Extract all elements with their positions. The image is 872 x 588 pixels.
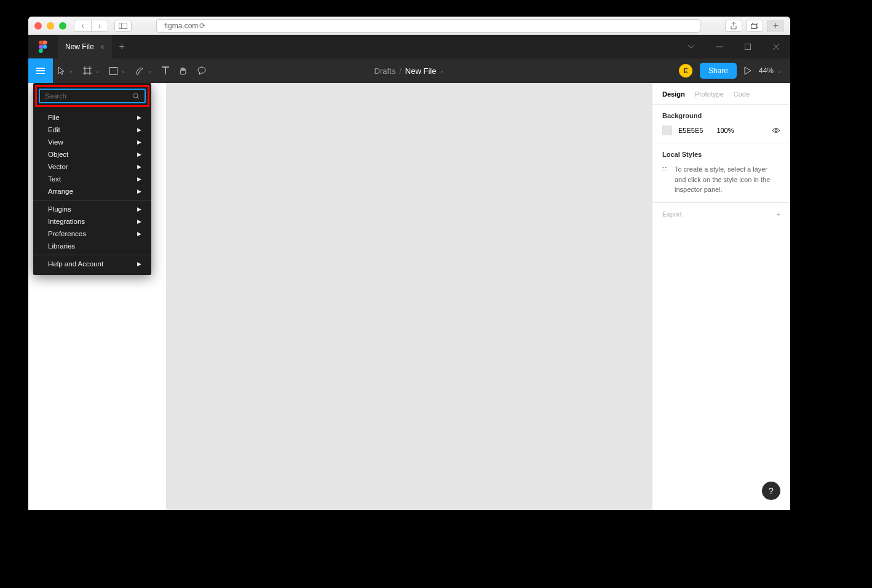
panel-tabs: DesignPrototypeCode xyxy=(652,83,790,105)
help-button[interactable]: ? xyxy=(762,482,780,500)
submenu-arrow-icon: ▶ xyxy=(137,151,141,157)
canvas[interactable] xyxy=(167,83,652,510)
menu-item-plugins[interactable]: Plugins▶ xyxy=(33,203,151,215)
submenu-arrow-icon: ▶ xyxy=(137,206,141,212)
menu-divider xyxy=(33,255,151,255)
browser-window: ‹ › figma.com ⟳ + New File × xyxy=(28,17,790,510)
maximize-icon[interactable] xyxy=(734,35,762,58)
menu-item-label: Libraries xyxy=(48,242,75,250)
main-menu-dropdown: File▶Edit▶View▶Object▶Vector▶Text▶Arrang… xyxy=(33,83,151,275)
share-button[interactable]: Share xyxy=(700,63,737,79)
chevron-down-icon: ⌄ xyxy=(69,68,73,74)
menu-item-preferences[interactable]: Preferences▶ xyxy=(33,228,151,240)
submenu-arrow-icon: ▶ xyxy=(137,164,141,170)
back-button[interactable]: ‹ xyxy=(74,20,91,32)
svg-rect-6 xyxy=(745,44,751,50)
close-icon[interactable] xyxy=(762,35,790,58)
breadcrumb[interactable]: Drafts / New File ⌄ xyxy=(375,66,445,76)
background-section: Background E5E5E5 100% xyxy=(652,105,790,143)
frame-tool[interactable]: ⌄ xyxy=(78,58,105,83)
new-tab-button[interactable]: + xyxy=(767,20,784,32)
minimize-icon[interactable] xyxy=(705,35,734,58)
submenu-arrow-icon: ▶ xyxy=(137,114,141,121)
panel-tab-prototype[interactable]: Prototype xyxy=(695,90,724,98)
search-box[interactable] xyxy=(39,89,146,103)
search-icon xyxy=(133,93,140,100)
section-title: Local Styles xyxy=(662,151,780,158)
search-highlight xyxy=(35,85,149,107)
svg-line-10 xyxy=(138,97,140,99)
menu-item-help-and-account[interactable]: Help and Account▶ xyxy=(33,258,151,270)
breadcrumb-separator: / xyxy=(399,66,402,76)
minimize-window-button[interactable] xyxy=(47,22,54,30)
close-tab-icon[interactable]: × xyxy=(100,42,105,52)
chevron-down-icon: ⌄ xyxy=(777,68,782,74)
address-bar[interactable]: figma.com ⟳ xyxy=(156,19,700,33)
menu-item-vector[interactable]: Vector▶ xyxy=(33,161,151,173)
menu-item-label: Help and Account xyxy=(48,260,103,268)
breadcrumb-folder[interactable]: Drafts xyxy=(375,66,396,76)
breadcrumb-file[interactable]: New File ⌄ xyxy=(405,66,445,76)
main-menu-button[interactable] xyxy=(28,58,53,83)
menu-item-object[interactable]: Object▶ xyxy=(33,148,151,161)
panel-tab-code[interactable]: Code xyxy=(734,90,750,98)
figma-logo-icon[interactable] xyxy=(28,35,58,58)
menu-item-integrations[interactable]: Integrations▶ xyxy=(33,215,151,228)
move-tool[interactable]: ⌄ xyxy=(53,58,78,83)
browser-chrome: ‹ › figma.com ⟳ + xyxy=(28,17,790,35)
menu-item-label: Arrange xyxy=(48,188,73,195)
plus-icon[interactable]: + xyxy=(777,210,780,218)
close-window-button[interactable] xyxy=(34,22,42,30)
menu-item-file[interactable]: File▶ xyxy=(33,111,151,124)
tabs-safari-button[interactable] xyxy=(746,20,763,32)
background-hex[interactable]: E5E5E5 xyxy=(678,127,703,134)
menu-item-label: View xyxy=(48,138,63,146)
zoom-control[interactable]: 44% ⌄ xyxy=(759,66,782,75)
comment-tool[interactable] xyxy=(192,58,211,83)
chevron-down-icon[interactable] xyxy=(677,35,705,58)
avatar[interactable]: E xyxy=(679,64,692,77)
traffic-lights xyxy=(34,22,66,30)
text-tool[interactable] xyxy=(157,58,174,83)
menu-search-input[interactable] xyxy=(45,92,133,100)
menu-item-arrange[interactable]: Arrange▶ xyxy=(33,185,151,197)
menu-item-edit[interactable]: Edit▶ xyxy=(33,124,151,136)
shape-tool[interactable]: ⌄ xyxy=(105,58,130,83)
file-tab[interactable]: New File × xyxy=(58,35,112,58)
menu-item-label: File xyxy=(48,114,60,121)
menu-item-label: Object xyxy=(48,151,68,158)
submenu-arrow-icon: ▶ xyxy=(137,176,141,182)
menu-item-label: Edit xyxy=(48,126,60,133)
menu-item-libraries[interactable]: Libraries xyxy=(33,240,151,252)
pen-tool[interactable]: ⌄ xyxy=(130,58,157,83)
submenu-arrow-icon: ▶ xyxy=(137,231,141,237)
styles-grid-icon: ∷ xyxy=(662,165,667,173)
sidebar-toggle-button[interactable] xyxy=(114,20,132,32)
panel-tab-design[interactable]: Design xyxy=(662,90,685,98)
hand-tool[interactable] xyxy=(174,58,192,83)
hamburger-icon xyxy=(36,68,45,74)
share-safari-button[interactable] xyxy=(725,20,742,32)
menu-item-label: Preferences xyxy=(48,230,86,237)
add-tab-button[interactable]: + xyxy=(112,41,132,52)
present-button[interactable] xyxy=(744,66,751,75)
refresh-icon[interactable]: ⟳ xyxy=(199,22,205,30)
menu-item-label: Plugins xyxy=(48,205,71,213)
menu-item-view[interactable]: View▶ xyxy=(33,136,151,148)
local-styles-section: Local Styles ∷ To create a style, select… xyxy=(652,143,790,203)
right-panel: DesignPrototypeCode Background E5E5E5 10… xyxy=(652,83,790,510)
visibility-icon[interactable] xyxy=(772,127,780,133)
toolbar: ⌄ ⌄ ⌄ ⌄ xyxy=(28,58,790,83)
menu-item-text[interactable]: Text▶ xyxy=(33,173,151,185)
svg-rect-7 xyxy=(110,67,117,74)
chevron-down-icon: ⌄ xyxy=(148,68,152,74)
color-swatch[interactable] xyxy=(662,125,672,135)
chevron-down-icon: ⌄ xyxy=(95,68,100,74)
background-opacity[interactable]: 100% xyxy=(716,127,734,134)
submenu-arrow-icon: ▶ xyxy=(137,218,141,224)
export-section[interactable]: Export + xyxy=(652,203,790,225)
submenu-arrow-icon: ▶ xyxy=(137,261,141,267)
forward-button[interactable]: › xyxy=(91,20,108,32)
local-styles-hint: To create a style, select a layer and cl… xyxy=(675,164,780,195)
maximize-window-button[interactable] xyxy=(59,22,66,30)
